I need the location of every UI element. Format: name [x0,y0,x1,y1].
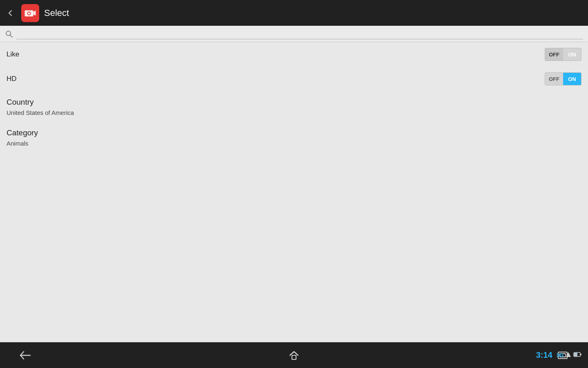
like-toggle[interactable]: OFF ON [545,48,581,61]
hd-setting-row: HD OFF ON [0,67,588,91]
network-icon: 3G [557,352,564,358]
page-title: Select [44,8,583,18]
hd-toggle-on[interactable]: ON [563,73,581,85]
country-section-header: Country [0,91,588,108]
search-input[interactable] [16,28,583,39]
back-button[interactable] [5,7,16,19]
svg-point-2 [28,12,30,14]
status-bar: 3:14 3G [536,342,588,368]
category-heading: Category [7,128,38,137]
signal-icon [565,351,572,359]
nav-bar: 3:14 3G [0,342,588,368]
svg-rect-13 [580,354,581,355]
category-value[interactable]: Animals [0,139,588,153]
hd-toggle[interactable]: OFF ON [545,72,581,85]
country-value[interactable]: United States of America [0,108,588,122]
hd-label: HD [7,75,17,83]
action-bar: Select [0,0,588,26]
like-label: Like [7,50,19,58]
back-nav-button[interactable] [16,346,34,364]
category-section-header: Category [0,122,588,139]
svg-line-5 [10,35,13,37]
battery-icon [573,352,581,359]
svg-marker-3 [33,11,36,16]
hd-toggle-off[interactable]: OFF [545,73,563,85]
search-icon [5,30,13,38]
svg-marker-10 [566,352,571,357]
like-setting-row: Like OFF ON [0,42,588,67]
status-icons: 3G [557,351,581,359]
search-bar [0,26,588,42]
content-area: Like OFF ON HD OFF ON Country United Sta… [0,42,588,153]
app-icon [21,4,39,22]
status-time: 3:14 [536,350,552,360]
like-toggle-off[interactable]: OFF [545,48,563,61]
home-nav-button[interactable] [285,346,303,364]
country-heading: Country [7,98,34,106]
svg-rect-7 [292,355,296,359]
like-toggle-on[interactable]: ON [563,48,581,61]
